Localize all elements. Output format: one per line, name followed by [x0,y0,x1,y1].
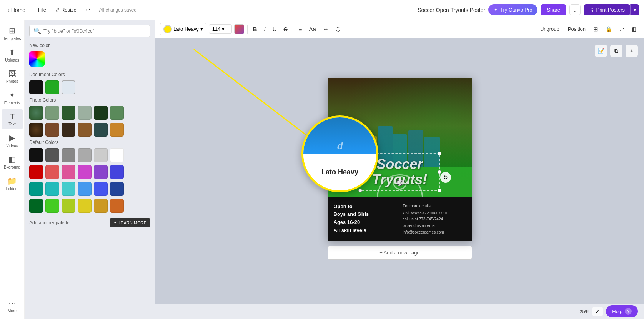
share-button[interactable]: Share [541,4,566,15]
def-teal2[interactable] [45,182,59,196]
new-color-swatch[interactable] [29,51,45,67]
flip-button[interactable]: ⇌ [617,24,627,34]
photo-color-2[interactable] [45,106,59,120]
lock-button[interactable]: 🔒 [603,24,615,34]
home-button[interactable]: ‹ Home [5,5,28,15]
def-dkgreen[interactable] [29,199,43,213]
photo-color-10[interactable] [78,123,92,137]
def-blue1[interactable] [78,182,92,196]
duplicate-icon[interactable]: ⧉ [610,45,622,57]
color-search-input[interactable] [43,28,146,34]
sidebar-item-photos[interactable]: 🖼 Photos [2,66,23,87]
sidebar-item-background[interactable]: ◧ Bkground [2,152,23,172]
def-purple[interactable] [94,165,108,179]
align-button[interactable]: ≡ [296,24,305,34]
resize-button[interactable]: ⤢ Resize [52,5,80,14]
poster-title-line2: Tryouts! [365,172,435,187]
bold-button[interactable]: B [251,24,260,34]
sidebar-item-folders[interactable]: 📁 Folders [2,173,23,194]
def-blue2[interactable] [94,182,108,196]
def-gray3[interactable] [78,148,92,162]
def-pink[interactable] [62,165,75,179]
sidebar-item-templates[interactable]: ⊞ Templates [2,23,23,44]
canvas-area[interactable]: 📝 ⧉ + [155,38,644,304]
underline-button[interactable]: U [270,24,279,34]
print-posters-button[interactable]: 🖨 Print Posters [584,4,630,15]
sidebar-item-more[interactable]: ⋯ More [2,295,23,316]
italic-button[interactable]: I [262,24,268,34]
text-color-button[interactable] [234,24,244,34]
effects-button[interactable]: ⬡ [333,24,343,34]
download-button[interactable]: ↓ [569,4,581,15]
add-page-button[interactable]: + Add a new page [328,246,472,260]
sidebar-item-elements[interactable]: ✦ Elements [2,87,23,108]
rotate-handle[interactable]: ↻ [440,172,451,183]
def-gray1[interactable] [45,148,59,162]
def-teal1[interactable] [29,182,43,196]
color-panel: 🔍 New color Document Colors Photo Colors [25,20,155,319]
italic-icon: I [264,26,266,32]
font-preview-popup: d Lato Heavy [301,115,378,192]
bold-icon: B [253,26,257,32]
def-salmon[interactable] [45,165,59,179]
def-indigo[interactable] [110,165,124,179]
def-gray4[interactable] [94,148,108,162]
font-size-selector[interactable]: 114 ▾ [209,24,232,34]
notes-icon[interactable]: 📝 [595,45,607,57]
photo-color-12[interactable] [110,123,124,137]
file-button[interactable]: File [35,5,49,14]
photo-color-9[interactable] [62,123,75,137]
photo-color-4[interactable] [78,106,92,120]
add-page-icon[interactable]: + [626,45,638,57]
def-gray2[interactable] [62,148,75,162]
photo-color-3[interactable] [62,106,75,120]
def-yellow[interactable] [78,199,92,213]
flip-icon: ⇌ [619,26,624,32]
def-red[interactable] [29,165,43,179]
doc-color-light[interactable] [62,80,75,94]
handle-tr[interactable] [438,152,441,155]
def-yellgreen[interactable] [62,199,75,213]
def-white[interactable] [110,148,124,162]
def-black[interactable] [29,148,43,162]
position-button[interactable]: Position [565,25,589,33]
photo-color-1[interactable] [29,106,43,120]
photo-color-8[interactable] [45,123,59,137]
def-magenta[interactable] [78,165,92,179]
def-orange2[interactable] [110,199,124,213]
spacing-button[interactable]: ↔ [321,24,331,34]
photo-color-7[interactable] [29,123,43,137]
sidebar-item-text[interactable]: T Text [2,109,23,129]
color-search-box[interactable]: 🔍 [29,25,150,37]
fit-zoom-button[interactable]: ⤢ [592,307,603,316]
doc-color-black[interactable] [29,80,43,94]
doc-color-green[interactable] [45,80,59,94]
def-orange1[interactable] [94,199,108,213]
sidebar-item-uploads[interactable]: ⬆ Uploads [2,45,23,65]
font-family-selector[interactable]: Lato Heavy ▾ [160,23,206,35]
ungroup-button[interactable]: Ungroup [537,25,562,33]
try-canva-pro-button[interactable]: ✦ Try Canva Pro [488,4,537,15]
sidebar-item-videos[interactable]: ▶ Videos [2,130,23,151]
add-palette-row: Add another palette ✦ LEARN MORE [29,218,150,227]
copy-style-button[interactable]: ⊞ [591,24,601,34]
def-navy[interactable] [110,182,124,196]
print-label: Print Posters [596,7,625,13]
print-more-button[interactable]: ▾ [630,4,639,15]
def-cyan[interactable] [62,182,75,196]
photo-color-5[interactable] [94,106,108,120]
photo-color-11[interactable] [94,123,108,137]
handle-mr[interactable] [438,170,441,174]
case-button[interactable]: Aa [306,24,318,34]
def-ltgreen[interactable] [45,199,59,213]
toolbar: Lato Heavy ▾ 114 ▾ B I U S ≡ [155,20,644,38]
undo-button[interactable]: ↩ [83,5,93,14]
help-button[interactable]: Help ? [606,305,638,317]
delete-button[interactable]: 🗑 [629,24,639,34]
star-icon: ✦ [494,7,498,13]
strikethrough-button[interactable]: S [281,24,290,34]
elements-label: Elements [4,101,20,105]
learn-more-button[interactable]: ✦ LEARN MORE [110,218,150,227]
poster-contact-5: info@soccergames.com [403,229,466,235]
photo-color-6[interactable] [110,106,124,120]
